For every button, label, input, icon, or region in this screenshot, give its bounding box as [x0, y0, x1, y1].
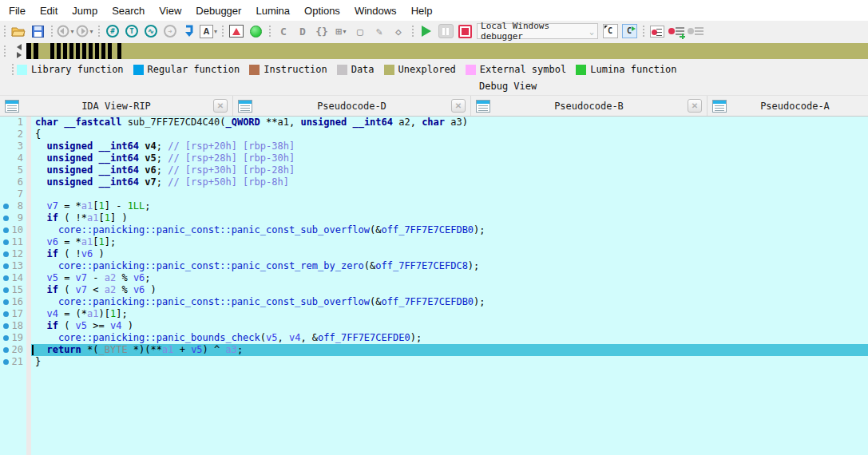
window-icon[interactable] — [712, 100, 727, 113]
toolbar-drag-handle[interactable] — [2, 24, 7, 38]
jump-to-address-button[interactable]: # — [104, 22, 121, 40]
letter-a-box-icon: A — [200, 25, 213, 38]
code-line: 15 if ( v7 < a2 % v6 ) — [0, 284, 868, 296]
code-text[interactable]: } — [31, 356, 868, 368]
menu-jump[interactable]: Jump — [65, 2, 105, 20]
navband-left-arrow-icon[interactable] — [17, 44, 22, 50]
edit-comment-button[interactable]: ✎ — [371, 22, 388, 40]
make-data-button[interactable]: D — [294, 22, 311, 40]
menu-search[interactable]: Search — [105, 2, 152, 20]
code-text[interactable]: if ( !v6 ) — [31, 248, 868, 260]
jump-by-name-button[interactable]: T — [123, 22, 141, 40]
make-struct-button[interactable]: {} — [313, 22, 331, 40]
toolbar-drag-handle[interactable] — [220, 24, 225, 38]
jump-in-new-window-button[interactable] — [180, 22, 198, 40]
navigate-back-button[interactable]: ▾ — [57, 22, 74, 40]
code-text[interactable]: v4 = (*a1)[1]; — [31, 308, 868, 320]
toolbar-drag-handle[interactable] — [410, 24, 415, 38]
forward-arrow-icon — [76, 25, 89, 38]
panel-tab-pseudocode-b[interactable]: Pseudocode-B✕ — [470, 96, 707, 116]
menu-edit[interactable]: Edit — [33, 2, 65, 20]
window-icon[interactable] — [238, 100, 252, 113]
stop-process-button[interactable] — [456, 22, 474, 40]
code-text[interactable]: v5 = v7 - a2 % v6; — [31, 272, 868, 284]
debugger-selector-combo[interactable]: Local Windows debugger ⌄ — [477, 23, 598, 39]
continue-process-button[interactable] — [418, 22, 435, 40]
text-dropdown-caret-icon[interactable]: ▾ — [214, 28, 217, 35]
show-flow-chart-button[interactable] — [228, 22, 245, 40]
lumina-status-button[interactable] — [247, 22, 264, 40]
save-button[interactable] — [29, 22, 46, 40]
code-text[interactable]: if ( v5 >= v4 ) — [31, 320, 868, 332]
menu-file[interactable]: File — [2, 2, 33, 20]
run-to-cursor-button[interactable]: C — [620, 22, 638, 40]
code-text[interactable]: char __fastcall sub_7FF7E7CD4C40(_QWORD … — [31, 117, 868, 129]
panel-tab-pseudocode-d[interactable]: Pseudocode-D✕ — [232, 96, 470, 116]
code-text[interactable]: core::panicking::panic_const::panic_cons… — [31, 224, 868, 236]
tab-debug-view[interactable]: Debug View — [479, 81, 537, 92]
breakpoint-list-button[interactable] — [648, 22, 666, 40]
close-icon[interactable]: ✕ — [451, 99, 466, 113]
panel-title[interactable]: Pseudocode-B — [490, 101, 688, 112]
code-text[interactable]: core::panicking::panic_const::panic_cons… — [31, 260, 868, 272]
menu-windows[interactable]: Windows — [347, 2, 404, 20]
code-text[interactable]: unsigned __int64 v7; // [rsp+50h] [rbp-8… — [31, 176, 868, 188]
menu-options[interactable]: Options — [297, 2, 347, 20]
make-unknown-button[interactable]: ▢ — [351, 22, 369, 40]
forward-dropdown-caret-icon[interactable]: ▾ — [89, 28, 93, 35]
toolbar-drag-handle[interactable] — [97, 24, 101, 38]
code-text[interactable]: core::panicking::panic_const::panic_cons… — [31, 296, 868, 308]
patch-button[interactable]: ◇ — [390, 22, 407, 40]
panel-title[interactable]: IDA View-RIP — [19, 101, 213, 112]
toolbar-drag-handle[interactable] — [268, 24, 272, 38]
disable-breakpoint-button[interactable] — [687, 22, 704, 40]
code-text[interactable]: v6 = *a1[1]; — [31, 236, 868, 248]
line-number: 1 — [0, 117, 23, 129]
code-text[interactable]: if ( v7 < a2 % v6 ) — [31, 284, 868, 296]
code-text[interactable]: if ( !*a1[1] ) — [31, 212, 868, 224]
code-text[interactable]: { — [31, 129, 868, 140]
open-file-button[interactable] — [10, 22, 27, 40]
close-icon[interactable]: ✕ — [688, 99, 702, 113]
jump-to-segment-button[interactable]: ∿ — [142, 22, 160, 40]
menu-help[interactable]: Help — [404, 2, 440, 20]
make-array-button[interactable]: ⊞▾ — [332, 22, 350, 40]
navband-stripe — [63, 43, 67, 59]
suspend-process-button[interactable] — [437, 22, 454, 40]
add-breakpoint-button[interactable] — [668, 22, 685, 40]
toolbar-drag-handle[interactable] — [50, 24, 54, 38]
pseudocode-view[interactable]: 1char __fastcall sub_7FF7E7CD4C40(_QWORD… — [0, 117, 868, 455]
text-view-button[interactable]: A▾ — [200, 22, 217, 40]
code-text[interactable]: core::panicking::panic_bounds_check(v5, … — [31, 332, 868, 344]
code-text[interactable]: unsigned __int64 v6; // [rsp+30h] [rbp-2… — [31, 164, 868, 176]
code-text[interactable]: unsigned __int64 v4; // [rsp+20h] [rbp-3… — [31, 140, 868, 152]
legend-drag-handle[interactable] — [10, 62, 15, 77]
array-dropdown-caret-icon[interactable]: ▾ — [343, 28, 346, 35]
menu-view[interactable]: View — [152, 2, 188, 20]
panel-title[interactable]: Pseudocode-A — [727, 101, 863, 112]
make-code-button[interactable]: C — [275, 22, 292, 40]
code-line: 19 core::panicking::panic_bounds_check(v… — [0, 332, 868, 344]
navband-arrows — [17, 44, 22, 58]
run-until-return-button[interactable]: C — [601, 22, 619, 40]
code-text[interactable]: unsigned __int64 v5; // [rsp+28h] [rbp-3… — [31, 152, 868, 164]
code-text[interactable]: v7 = *a1[1] - 1LL; — [31, 200, 868, 212]
legend-item: Data — [337, 64, 375, 75]
navband-right-arrow-icon[interactable] — [17, 52, 22, 58]
jump-to-operand-button[interactable]: ➔ — [161, 22, 179, 40]
panel-title[interactable]: Pseudocode-D — [252, 101, 451, 112]
pause-icon — [438, 24, 454, 38]
menu-debugger[interactable]: Debugger — [188, 2, 248, 20]
panel-tab-pseudocode-a[interactable]: Pseudocode-A — [707, 96, 868, 116]
window-icon[interactable] — [5, 100, 19, 113]
navigate-forward-button[interactable]: ▾ — [76, 22, 93, 40]
close-icon[interactable]: ✕ — [213, 99, 228, 113]
panel-tab-ida-view-rip[interactable]: IDA View-RIP✕ — [0, 96, 232, 116]
window-icon[interactable] — [476, 100, 490, 113]
back-dropdown-caret-icon[interactable]: ▾ — [70, 28, 73, 35]
navigation-band[interactable] — [26, 43, 868, 59]
toolbar-drag-handle[interactable] — [641, 24, 646, 38]
code-text[interactable]: return *(_BYTE *)(**a1 + v5) ^ a3; — [31, 344, 868, 356]
menu-lumina[interactable]: Lumina — [248, 2, 297, 20]
navband-drag-handle[interactable] — [2, 44, 7, 58]
